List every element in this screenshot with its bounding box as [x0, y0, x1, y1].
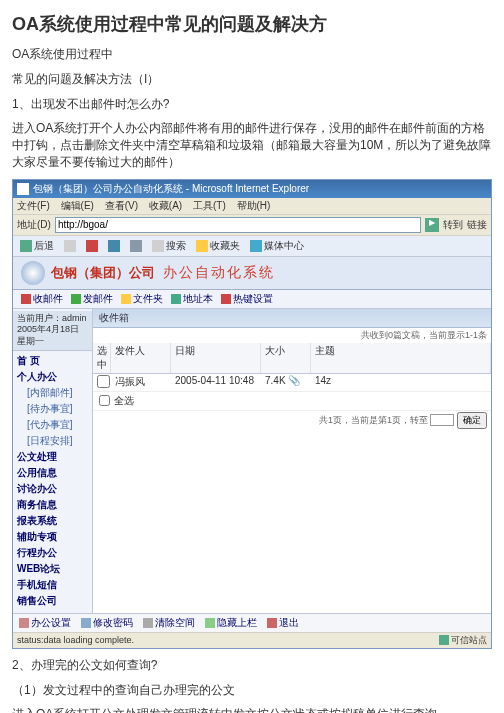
- star-icon: [196, 240, 208, 252]
- row-date: 2005-04-11 10:48: [171, 374, 261, 391]
- key-icon: [221, 294, 231, 304]
- go-label: 转到: [443, 218, 463, 232]
- media-button[interactable]: 媒体中心: [247, 238, 307, 254]
- refresh-button[interactable]: [105, 238, 123, 254]
- question-2-sub: （1）发文过程中的查询自己办理完的公文: [12, 682, 492, 699]
- hide-icon: [205, 618, 215, 628]
- mailbox-count: 共收到0篇文稿，当前显示1-1条: [93, 328, 491, 343]
- select-all-row: 全选: [93, 392, 491, 410]
- app-banner: 包钢（集团）公司 办公自动化系统: [13, 257, 491, 290]
- trash-icon: [143, 618, 153, 628]
- tree-docmgr[interactable]: 公文处理: [15, 449, 90, 465]
- tree-sms[interactable]: 手机短信: [15, 577, 90, 593]
- lock-icon: [81, 618, 91, 628]
- home-button[interactable]: [127, 238, 145, 254]
- paginate: 共1页，当前是第1页，转至 确定: [93, 410, 491, 430]
- tree-report[interactable]: 报表系统: [15, 513, 90, 529]
- banner-logo-icon: [21, 261, 45, 285]
- tree-business[interactable]: 商务信息: [15, 497, 90, 513]
- fav-button[interactable]: 收藏夹: [193, 238, 243, 254]
- nav-hotkey[interactable]: 热键设置: [221, 292, 273, 306]
- tree-calendar[interactable]: [日程安排]: [15, 433, 90, 449]
- tree-assist[interactable]: 辅助专项: [15, 529, 90, 545]
- search-button[interactable]: 搜索: [149, 238, 189, 254]
- tree-todo[interactable]: [待办事宜]: [15, 401, 90, 417]
- col-subject[interactable]: 主题: [311, 343, 491, 373]
- nav-send[interactable]: 发邮件: [71, 292, 113, 306]
- stop-button[interactable]: [83, 238, 101, 254]
- gear-icon: [19, 618, 29, 628]
- security-zone: 可信站点: [439, 634, 487, 647]
- page-input[interactable]: [430, 414, 454, 426]
- inner-nav: 收邮件 发邮件 文件夹 地址本 热键设置: [13, 290, 491, 309]
- current-user: 当前用户：admin: [17, 313, 88, 325]
- page-go-button[interactable]: 确定: [457, 412, 487, 429]
- mailbox-header: 收件箱: [93, 309, 491, 328]
- ie-titlebar: 包钢（集团）公司办公自动化系统 - Microsoft Internet Exp…: [13, 180, 491, 198]
- current-date: 2005年4月18日 星期一: [17, 324, 88, 347]
- book-icon: [171, 294, 181, 304]
- ie-window: 包钢（集团）公司办公自动化系统 - Microsoft Internet Exp…: [12, 179, 492, 649]
- ie-menubar[interactable]: 文件(F) 编辑(E) 查看(V) 收藏(A) 工具(T) 帮助(H): [13, 198, 491, 215]
- inbox-icon: [21, 294, 31, 304]
- tree-walk[interactable]: 行程办公: [15, 545, 90, 561]
- row-subject: 14z: [311, 374, 491, 391]
- nav-receive[interactable]: 收邮件: [21, 292, 63, 306]
- tree-pubinfo[interactable]: 公用信息: [15, 465, 90, 481]
- mail-header-row: 选中 发件人 日期 大小 主题: [93, 343, 491, 374]
- media-icon: [250, 240, 262, 252]
- tree-sale[interactable]: 销售公司: [15, 593, 90, 609]
- status-text: status:data loading complete.: [17, 635, 134, 645]
- ie-title-text: 包钢（集团）公司办公自动化系统 - Microsoft Internet Exp…: [33, 182, 309, 196]
- col-date[interactable]: 日期: [171, 343, 261, 373]
- links-label[interactable]: 链接: [467, 218, 487, 232]
- addr-input[interactable]: [55, 217, 421, 233]
- menu-fav[interactable]: 收藏(A): [149, 200, 182, 211]
- menu-file[interactable]: 文件(F): [17, 200, 50, 211]
- fwd-button[interactable]: [61, 238, 79, 254]
- menu-edit[interactable]: 编辑(E): [61, 200, 94, 211]
- menu-view[interactable]: 查看(V): [105, 200, 138, 211]
- intro-1: OA系统使用过程中: [12, 46, 492, 63]
- select-all-checkbox[interactable]: [99, 395, 110, 406]
- go-button[interactable]: ▶: [425, 218, 439, 232]
- bn-exit[interactable]: 退出: [267, 616, 299, 630]
- back-button[interactable]: 后退: [17, 238, 57, 254]
- row-checkbox[interactable]: [97, 375, 110, 388]
- tree-forum[interactable]: WEB论坛: [15, 561, 90, 577]
- ie-icon: [17, 183, 29, 195]
- bn-hide[interactable]: 隐藏上栏: [205, 616, 257, 630]
- tree-home[interactable]: 首 页: [15, 353, 90, 369]
- col-size[interactable]: 大小: [261, 343, 311, 373]
- bn-clear[interactable]: 清除空间: [143, 616, 195, 630]
- tree-done[interactable]: [代办事宜]: [15, 417, 90, 433]
- bn-settings[interactable]: 办公设置: [19, 616, 71, 630]
- banner-system: 办公自动化系统: [163, 264, 275, 282]
- row-size: 7.4K 📎: [261, 374, 311, 391]
- question-2-desc: 进入OA系统打开公文处理发文管理流转中发文按公文状态或按拟稿单位进行查询: [12, 706, 492, 713]
- banner-company: 包钢（集团）公司: [51, 264, 155, 282]
- nav-address[interactable]: 地址本: [171, 292, 213, 306]
- menu-tools[interactable]: 工具(T): [193, 200, 226, 211]
- page-title: OA系统使用过程中常见的问题及解决方: [12, 12, 492, 36]
- tree-inbox[interactable]: [内部邮件]: [15, 385, 90, 401]
- tree-personal[interactable]: 个人办公: [15, 369, 90, 385]
- bn-password[interactable]: 修改密码: [81, 616, 133, 630]
- user-info: 当前用户：admin 2005年4月18日 星期一: [13, 311, 92, 351]
- select-all-label: 全选: [114, 394, 134, 408]
- nav-folder[interactable]: 文件夹: [121, 292, 163, 306]
- col-sender[interactable]: 发件人: [111, 343, 171, 373]
- addr-label: 地址(D): [17, 218, 51, 232]
- ie-addressbar: 地址(D) ▶ 转到 链接: [13, 215, 491, 236]
- main-area: 收件箱 共收到0篇文稿，当前显示1-1条 选中 发件人 日期 大小 主题 冯振风…: [93, 309, 491, 613]
- exit-icon: [267, 618, 277, 628]
- compose-icon: [71, 294, 81, 304]
- folder-icon: [121, 294, 131, 304]
- tree-luntan[interactable]: 讨论办公: [15, 481, 90, 497]
- question-1-desc: 进入OA系统打开个人办公内部邮件将有用的邮件进行保存，没用的邮件在邮件前面的方格…: [12, 120, 492, 170]
- stop-icon: [86, 240, 98, 252]
- menu-help[interactable]: 帮助(H): [237, 200, 271, 211]
- question-1: 1、出现发不出邮件时怎么办?: [12, 96, 492, 113]
- mail-row[interactable]: 冯振风 2005-04-11 10:48 7.4K 📎 14z: [93, 374, 491, 392]
- content-area: 当前用户：admin 2005年4月18日 星期一 首 页 个人办公 [内部邮件…: [13, 309, 491, 613]
